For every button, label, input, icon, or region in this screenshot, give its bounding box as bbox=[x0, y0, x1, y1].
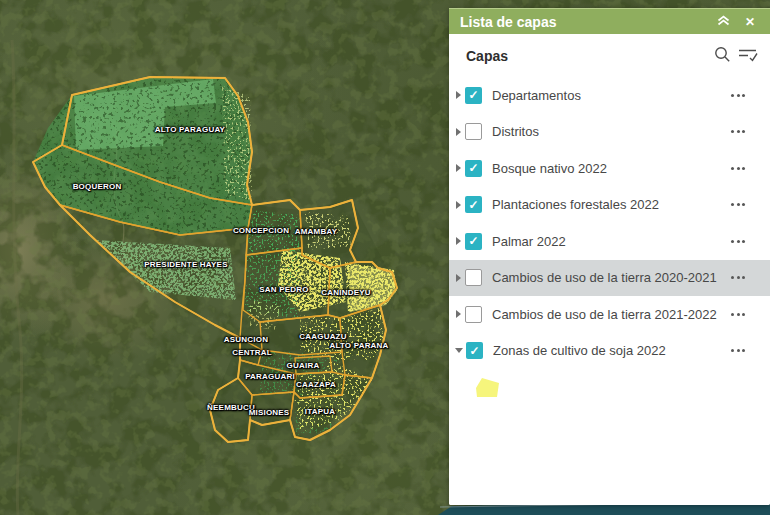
panel-header: Lista de capas ✕ bbox=[449, 8, 770, 34]
map-label-itapua: ITAPUA bbox=[305, 407, 335, 416]
map-label-presidente-hayes: PRESIDENTE HAYES bbox=[144, 260, 227, 269]
map-label-boqueron: BOQUERON bbox=[73, 182, 122, 191]
layer-row-cambios-2021-2022[interactable]: Cambios de uso de la tierra 2021-2022 bbox=[449, 296, 770, 333]
map-label-amambay: AMAMBAY bbox=[295, 227, 337, 236]
expand-arrow-icon[interactable] bbox=[456, 310, 461, 318]
soy-legend-swatch bbox=[474, 376, 501, 399]
layer-checkbox[interactable] bbox=[465, 123, 482, 140]
more-options-button[interactable] bbox=[730, 162, 746, 175]
map-label-asuncion: ASUNCION bbox=[224, 335, 268, 344]
check-icon: ✓ bbox=[468, 89, 478, 101]
more-options-button[interactable] bbox=[730, 308, 746, 321]
filter-list-icon bbox=[738, 46, 758, 66]
filter-button[interactable] bbox=[738, 46, 758, 66]
close-icon: ✕ bbox=[745, 16, 755, 28]
layer-label: Bosque nativo 2022 bbox=[492, 161, 607, 176]
layer-checkbox[interactable] bbox=[465, 306, 482, 323]
layer-checkbox[interactable]: ✓ bbox=[465, 87, 482, 104]
layer-label: Zonas de cultivo de soja 2022 bbox=[493, 343, 666, 358]
layer-row-distritos[interactable]: Distritos bbox=[449, 114, 770, 151]
close-button[interactable]: ✕ bbox=[738, 9, 762, 34]
map-label-guaira: GUAIRA bbox=[287, 361, 320, 370]
layer-checkbox[interactable]: ✓ bbox=[465, 233, 482, 250]
expand-arrow-icon[interactable] bbox=[456, 274, 461, 282]
expand-arrow-icon[interactable] bbox=[456, 91, 461, 99]
check-icon: ✓ bbox=[468, 162, 478, 174]
layer-label: Palmar 2022 bbox=[492, 234, 566, 249]
search-icon bbox=[713, 45, 731, 66]
map-label-san-pedro: SAN PEDRO bbox=[259, 285, 308, 294]
capas-title: Capas bbox=[466, 48, 706, 64]
map-label-caazapa: CAAZAPA bbox=[296, 380, 336, 389]
layer-label: Cambios de uso de la tierra 2020-2021 bbox=[492, 270, 717, 285]
expand-arrow-icon[interactable] bbox=[456, 201, 461, 209]
map-label-alto-paraguay: ALTO PARAGUAY bbox=[155, 125, 225, 134]
expand-arrow-icon[interactable] bbox=[456, 164, 461, 172]
more-options-button[interactable] bbox=[730, 125, 746, 138]
check-icon: ✓ bbox=[468, 199, 478, 211]
more-options-button[interactable] bbox=[730, 344, 746, 357]
layer-row-bosque-nativo[interactable]: ✓ Bosque nativo 2022 bbox=[449, 150, 770, 187]
layer-checkbox[interactable]: ✓ bbox=[465, 196, 482, 213]
more-options-button[interactable] bbox=[730, 89, 746, 102]
panel-title: Lista de capas bbox=[460, 14, 709, 30]
check-icon: ✓ bbox=[469, 345, 479, 357]
layer-row-cambios-2020-2021[interactable]: Cambios de uso de la tierra 2020-2021 bbox=[449, 260, 770, 297]
layer-row-plantaciones[interactable]: ✓ Plantaciones forestales 2022 bbox=[449, 187, 770, 224]
layer-row-zonas-soja[interactable]: ✓ Zonas de cultivo de soja 2022 bbox=[449, 333, 770, 370]
layer-label: Distritos bbox=[492, 124, 539, 139]
more-options-button[interactable] bbox=[730, 235, 746, 248]
layer-label: Cambios de uso de la tierra 2021-2022 bbox=[492, 307, 717, 322]
map-label-alto-parana: ALTO PARANA bbox=[329, 341, 388, 350]
check-icon: ✓ bbox=[468, 235, 478, 247]
expand-arrow-icon[interactable] bbox=[456, 237, 461, 245]
layers-toolbar: Capas bbox=[449, 34, 770, 77]
layer-list-panel: Lista de capas ✕ Capas bbox=[449, 8, 770, 505]
layer-checkbox[interactable]: ✓ bbox=[466, 342, 483, 359]
collapse-button[interactable] bbox=[709, 9, 738, 34]
expand-arrow-icon[interactable] bbox=[456, 128, 461, 136]
search-button[interactable] bbox=[713, 45, 731, 66]
more-options-button[interactable] bbox=[730, 198, 746, 211]
layer-list: ✓ Departamentos Distritos ✓ Bosque nativ… bbox=[449, 77, 770, 505]
layer-row-palmar[interactable]: ✓ Palmar 2022 bbox=[449, 223, 770, 260]
map-label-paraguari: PARAGUARI bbox=[245, 372, 295, 381]
layer-checkbox[interactable] bbox=[465, 269, 482, 286]
map-label-canindeyu: CANINDEYU bbox=[321, 288, 370, 297]
layer-checkbox[interactable]: ✓ bbox=[465, 160, 482, 177]
map-label-misiones: MISIONES bbox=[249, 408, 290, 417]
map-label-concepcion: CONCEPCION bbox=[233, 226, 289, 235]
layer-label: Departamentos bbox=[492, 88, 581, 103]
chevron-double-up-icon bbox=[716, 14, 731, 29]
app-window: ALTO PARAGUAY BOQUERON PRESIDENTE HAYES … bbox=[0, 0, 770, 515]
map-label-caaguazu: CAAGUAZU bbox=[299, 332, 346, 341]
layer-row-departamentos[interactable]: ✓ Departamentos bbox=[449, 77, 770, 114]
collapse-arrow-icon[interactable] bbox=[455, 348, 463, 353]
more-options-button[interactable] bbox=[730, 271, 746, 284]
layer-label: Plantaciones forestales 2022 bbox=[492, 197, 659, 212]
map-label-central: CENTRAL bbox=[232, 348, 272, 357]
layer-legend bbox=[449, 369, 770, 409]
